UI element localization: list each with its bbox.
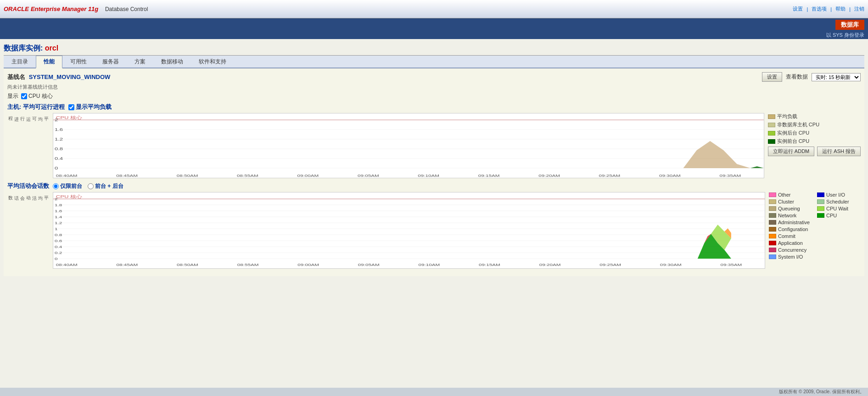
legend-color-scheduler [817, 199, 824, 204]
legend-color-system-io [769, 255, 776, 259]
radio-fg-only[interactable]: 仅限前台 [53, 182, 82, 190]
svg-text:09:05AM: 09:05AM [358, 174, 379, 178]
svg-text:09:20AM: 09:20AM [539, 263, 561, 267]
svg-text:0.8: 0.8 [55, 147, 63, 151]
tab-schema[interactable]: 方案 [127, 56, 153, 68]
svg-text:09:30AM: 09:30AM [660, 263, 682, 267]
tab-home[interactable]: 主目录 [4, 56, 36, 68]
svg-text:0.4: 0.4 [55, 156, 63, 161]
legend-cpu: CPU [817, 213, 849, 218]
svg-text:09:15AM: 09:15AM [479, 263, 500, 267]
db-control-bar: 数据库 [0, 18, 868, 31]
chart1-legend: 平均负载 非数据库主机 CPU 实例后台 CPU 实例前台 CPU [768, 113, 861, 156]
svg-text:1.6: 1.6 [55, 127, 63, 132]
page: 数据库实例: orcl 主目录 性能 可用性 服务器 方案 数据移动 软件和支持… [0, 39, 868, 278]
chart2-area: CPU 核心 [53, 192, 765, 269]
legend-color-bg-cpu [768, 131, 775, 136]
legend-color-non-db-cpu [768, 123, 775, 127]
run-ash-button[interactable]: 运行 ASH 报告 [817, 147, 861, 156]
legend-configuration: Configuration [769, 226, 810, 232]
cpu-cores-checkbox[interactable] [21, 93, 27, 99]
legend-queueing: Queueing [769, 206, 810, 211]
legend-color-cpu-wait [817, 206, 824, 211]
legend-application: Application [769, 240, 810, 246]
nav-tabs: 主目录 性能 可用性 服务器 方案 数据移动 软件和支持 [4, 56, 864, 68]
radio-fg-bg-label: 前台 + 后台 [95, 182, 123, 190]
tab-software[interactable]: 软件和支持 [191, 56, 234, 68]
svg-text:2: 2 [55, 197, 58, 201]
radio-fg-bg-input[interactable] [88, 183, 94, 189]
em-title: Enterprise Manager 11g [31, 6, 98, 12]
svg-text:09:15AM: 09:15AM [478, 174, 500, 178]
svg-text:0: 0 [55, 257, 58, 261]
baseline-info: 基线名 SYSTEM_MOVING_WINDOW [7, 73, 110, 81]
legend-user-io: User I/O [817, 192, 849, 198]
instance-name: orcl [45, 44, 58, 52]
legend-color-cpu [817, 213, 824, 218]
legend-label-cpu-wait: CPU Wait [826, 206, 848, 211]
nav-logout[interactable]: 注销 [854, 6, 864, 12]
legend-label-user-io: User I/O [826, 192, 845, 198]
view-data-label: 查看数据 [786, 73, 808, 81]
legend-label-concurrency: Concurrency [778, 247, 806, 253]
chart1-section: 主机: 平均可运行进程 显示平均负载 平均可运行进程 CPU 核心 [7, 103, 861, 178]
radio-fg-bg[interactable]: 前台 + 后台 [88, 182, 123, 190]
baseline-name: SYSTEM_MOVING_WINDOW [29, 74, 111, 80]
svg-text:1.8: 1.8 [55, 203, 62, 207]
legend-label-cpu: CPU [826, 213, 837, 218]
display-row: 显示 CPU 核心 [7, 92, 861, 100]
tab-server[interactable]: 服务器 [95, 56, 127, 68]
svg-text:08:45AM: 08:45AM [116, 263, 138, 267]
show-avg-load-label[interactable]: 显示平均负载 [68, 103, 112, 111]
db-control-label: Database Control [105, 6, 148, 12]
svg-text:08:55AM: 08:55AM [237, 263, 259, 267]
header-nav: 设置 | 首选项 | 帮助 | 注销 [793, 6, 864, 12]
svg-text:08:50AM: 08:50AM [177, 174, 198, 178]
legend-label-avg-load: 平均负载 [777, 113, 797, 120]
legend-color-user-io [817, 192, 824, 197]
legend-color-other [769, 192, 776, 197]
svg-text:09:25AM: 09:25AM [599, 263, 621, 267]
legend-label-scheduler: Scheduler [826, 199, 849, 204]
nav-preferences[interactable]: 首选项 [812, 6, 827, 12]
svg-text:09:00AM: 09:00AM [297, 263, 319, 267]
instance-label: 数据库实例: [4, 44, 43, 52]
legend-concurrency: Concurrency [769, 247, 810, 253]
svg-text:0.4: 0.4 [55, 245, 62, 249]
oracle-logo: ORACLE [4, 6, 29, 12]
tab-availability[interactable]: 可用性 [62, 56, 95, 68]
legend-bg-cpu: 实例后台 CPU [768, 130, 861, 136]
radio-fg-only-input[interactable] [53, 183, 59, 189]
legend-label-administrative: Administrative [778, 220, 810, 225]
legend-color-commit [769, 234, 776, 238]
chart1-area: CPU 核心 2 1.6 1.2 0.8 0. [53, 113, 764, 178]
refresh-select[interactable]: 实时: 15 秒刷新 实时: 30 秒刷新 实时: 60 秒刷新 [812, 73, 861, 81]
legend-color-avg-load [768, 114, 775, 119]
nav-help[interactable]: 帮助 [835, 6, 846, 12]
database-button[interactable]: 数据库 [835, 20, 864, 30]
header-left: ORACLE Enterprise Manager 11g Database C… [4, 6, 148, 12]
run-addm-button[interactable]: 立即运行 ADDM [768, 147, 814, 156]
settings-button[interactable]: 设置 [762, 72, 782, 82]
chart2-svg: CPU 核心 [53, 192, 765, 268]
legend-cpu-wait: CPU Wait [817, 206, 849, 211]
legend-label-queueing: Queueing [778, 206, 800, 211]
instance-title: 数据库实例: orcl [4, 41, 864, 56]
svg-text:2: 2 [55, 118, 58, 122]
svg-text:09:25AM: 09:25AM [599, 174, 621, 178]
baseline-row: 基线名 SYSTEM_MOVING_WINDOW 设置 查看数据 实时: 15 … [7, 72, 861, 82]
svg-text:08:50AM: 08:50AM [177, 263, 198, 267]
legend-color-cluster [769, 199, 776, 204]
baseline-controls: 设置 查看数据 实时: 15 秒刷新 实时: 30 秒刷新 实时: 60 秒刷新 [762, 72, 861, 82]
tab-performance[interactable]: 性能 [36, 56, 62, 68]
svg-text:1.2: 1.2 [55, 221, 62, 225]
chart2-legend-col1: Other Cluster Queueing Network [769, 192, 810, 261]
chart2-container: 平均活动会话数 CPU 核心 [7, 192, 861, 269]
nav-settings[interactable]: 设置 [793, 6, 803, 12]
legend-administrative: Administrative [769, 220, 810, 225]
svg-text:09:10AM: 09:10AM [418, 263, 440, 267]
header: ORACLE Enterprise Manager 11g Database C… [0, 0, 868, 18]
cpu-cores-checkbox-label[interactable]: CPU 核心 [21, 92, 53, 100]
show-avg-load-checkbox[interactable] [68, 104, 74, 110]
tab-data-movement[interactable]: 数据移动 [153, 56, 191, 68]
